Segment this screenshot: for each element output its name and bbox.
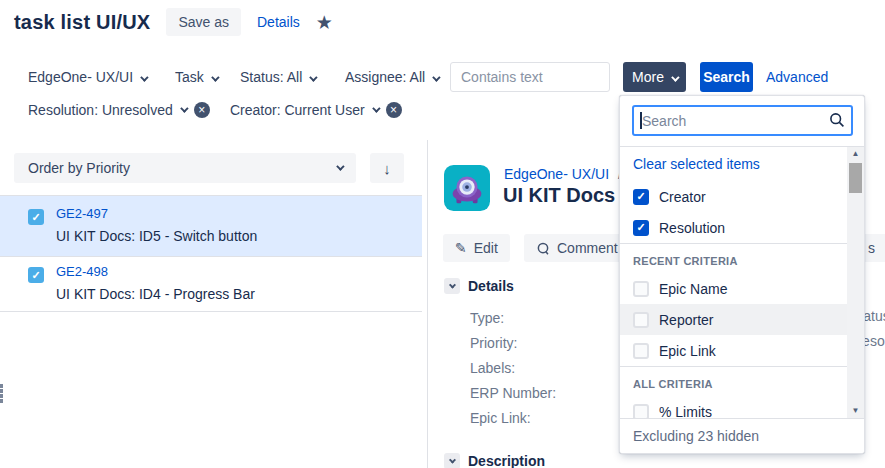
criteria-option-epic-name[interactable]: Epic Name — [620, 273, 864, 304]
criteria-option-percent-limits[interactable]: % Limits — [620, 396, 864, 418]
chevron-down-icon — [372, 104, 380, 112]
criteria-option-creator[interactable]: ✓ Creator — [620, 181, 864, 212]
project-filter-label: EdgeOne- UX/UI — [28, 69, 133, 85]
order-by-label: Order by Priority — [28, 160, 130, 176]
type-filter-dropdown[interactable]: Task — [175, 62, 217, 92]
check-glyph: ✓ — [636, 221, 645, 234]
sort-down-icon: ↓ — [383, 160, 391, 177]
type-filter-label: Task — [175, 69, 204, 85]
sort-direction-button[interactable]: ↓ — [370, 153, 404, 183]
list-item[interactable]: ✓ GE2-498 UI KIT Docs: ID4 - Progress Ba… — [0, 257, 422, 312]
more-button-label: More — [632, 69, 664, 85]
project-filter-dropdown[interactable]: EdgeOne- UX/UI — [28, 62, 146, 92]
search-button[interactable]: Search — [700, 62, 753, 92]
details-section-label: Details — [468, 278, 514, 294]
chevron-down-icon — [309, 73, 317, 81]
remove-creator-filter-icon[interactable]: × — [386, 102, 402, 118]
chevron-down-icon — [444, 453, 460, 468]
description-section-toggle[interactable]: Description — [444, 453, 545, 468]
toolbar-partial-label: s — [868, 240, 875, 256]
issue-text: GE2-498 UI KIT Docs: ID4 - Progress Bar — [56, 264, 255, 302]
chevron-down-icon — [140, 73, 148, 81]
advanced-search-link[interactable]: Advanced — [766, 62, 828, 92]
task-type-icon: ✓ — [28, 267, 44, 283]
page-title: task list UI/UX — [14, 11, 150, 34]
issue-summary: UI KIT Docs: ID4 - Progress Bar — [56, 286, 255, 302]
recent-criteria-header: RECENT CRITERIA — [620, 243, 864, 273]
pencil-icon: ✎ — [455, 240, 467, 256]
description-section-label: Description — [468, 453, 545, 468]
issue-key-link[interactable]: GE2-497 — [56, 206, 257, 221]
checkbox-checked-icon[interactable]: ✓ — [633, 189, 649, 205]
criteria-option-resolution[interactable]: ✓ Resolution — [620, 212, 864, 243]
clear-selected-items-label: Clear selected items — [633, 156, 760, 172]
favourite-star-icon[interactable]: ★ — [316, 13, 333, 32]
status-filter-dropdown[interactable]: Status: All — [240, 62, 315, 92]
comment-button[interactable]: Comment — [524, 234, 630, 262]
list-item[interactable]: ✓ GE2-497 UI KIT Docs: ID5 - Switch butt… — [0, 196, 422, 257]
edit-button-label: Edit — [474, 240, 498, 256]
scroll-down-icon[interactable]: ▼ — [847, 404, 864, 418]
details-field-labels: Type: Priority: Labels: ERP Number: Epic… — [470, 306, 556, 431]
issue-key-link[interactable]: GE2-498 — [56, 264, 255, 279]
details-link[interactable]: Details — [257, 14, 300, 30]
check-glyph: ✓ — [31, 211, 40, 224]
chevron-down-icon — [444, 278, 460, 294]
chevron-down-icon — [336, 162, 344, 170]
panel-divider — [427, 140, 428, 468]
remove-resolution-filter-icon[interactable]: × — [194, 102, 210, 118]
criteria-options-list: Clear selected items ✓ Creator ✓ Resolut… — [620, 147, 864, 418]
creator-filter-label: Creator: Current User — [230, 99, 365, 121]
breadcrumb: EdgeOne- UX/UI / — [504, 166, 622, 182]
comment-button-label: Comment — [557, 240, 618, 256]
creator-filter-pill[interactable]: Creator: Current User × — [230, 99, 402, 121]
issue-search-page: task list UI/UX Save as Details ★ EdgeOn… — [0, 0, 885, 468]
criteria-option-label: Epic Link — [659, 343, 716, 359]
issue-text: GE2-497 UI KIT Docs: ID5 - Switch button — [56, 206, 257, 244]
contains-text-input[interactable] — [450, 62, 610, 92]
text-caret — [640, 112, 642, 129]
resolution-filter-pill[interactable]: Resolution: Unresolved × — [28, 99, 210, 121]
more-criteria-dropdown: Clear selected items ✓ Creator ✓ Resolut… — [619, 95, 865, 454]
scroll-up-icon[interactable]: ▲ — [847, 147, 864, 161]
criteria-option-reporter[interactable]: Reporter — [620, 304, 864, 335]
all-criteria-header: ALL CRITERIA — [620, 366, 864, 396]
breadcrumb-project-link[interactable]: EdgeOne- UX/UI — [504, 166, 609, 182]
checkbox-unchecked-icon[interactable] — [633, 281, 649, 297]
checkbox-unchecked-icon[interactable] — [633, 404, 649, 419]
field-label-type: Type: — [470, 306, 556, 331]
criteria-option-epic-link[interactable]: Epic Link — [620, 335, 864, 366]
criteria-search-input[interactable] — [632, 105, 853, 136]
dropdown-scrollbar[interactable]: ▲ ▼ — [847, 147, 864, 418]
alien-avatar-icon — [444, 165, 490, 211]
field-label-erp-number: ERP Number: — [470, 381, 556, 406]
comment-bubble-icon — [536, 241, 550, 256]
field-label-epic-link: Epic Link: — [470, 406, 556, 431]
chevron-down-icon — [180, 104, 188, 112]
checkbox-unchecked-icon[interactable] — [633, 343, 649, 359]
status-filter-label: Status: All — [240, 69, 302, 85]
details-section-toggle[interactable]: Details — [444, 278, 514, 294]
panel-resize-handle[interactable] — [0, 384, 3, 403]
criteria-option-label: Reporter — [659, 312, 713, 328]
task-type-icon: ✓ — [28, 209, 44, 225]
more-filters-button[interactable]: More — [623, 62, 686, 92]
scrollbar-thumb[interactable] — [849, 163, 862, 193]
field-label-labels: Labels: — [470, 356, 556, 381]
checkbox-unchecked-icon[interactable] — [633, 312, 649, 328]
assignee-filter-dropdown[interactable]: Assignee: All — [345, 62, 438, 92]
chevron-down-icon — [671, 73, 679, 81]
edit-button[interactable]: ✎ Edit — [443, 234, 510, 262]
clear-selected-items-link[interactable]: Clear selected items — [620, 147, 864, 181]
check-glyph: ✓ — [31, 269, 40, 282]
field-label-priority: Priority: — [470, 331, 556, 356]
order-by-select[interactable]: Order by Priority — [14, 153, 356, 183]
dropdown-footer-note: Excluding 23 hidden — [620, 418, 864, 453]
save-as-button[interactable]: Save as — [166, 8, 241, 36]
checkbox-checked-icon[interactable]: ✓ — [633, 220, 649, 236]
criteria-option-label: % Limits — [659, 404, 712, 419]
project-avatar[interactable] — [444, 165, 490, 211]
criteria-option-label: Resolution — [659, 220, 725, 236]
resolution-filter-label: Resolution: Unresolved — [28, 99, 173, 121]
criteria-search-wrap — [632, 105, 853, 136]
